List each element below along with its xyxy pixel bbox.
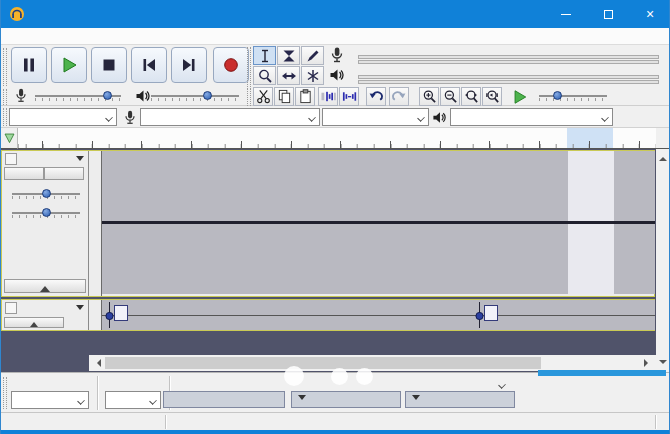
audio-track-close-button[interactable]	[5, 153, 17, 165]
redo-button[interactable]	[389, 87, 409, 106]
collapse-label-track-button[interactable]	[4, 317, 64, 328]
selection-grip[interactable]	[3, 377, 7, 409]
play-at-speed-button[interactable]	[507, 87, 531, 106]
fit-project-button[interactable]	[482, 87, 502, 106]
audio-host-select[interactable]	[9, 108, 117, 126]
skip-to-end-icon	[180, 56, 198, 74]
playback-volume-thumb[interactable]	[203, 91, 212, 100]
undo-button[interactable]	[366, 87, 386, 106]
label-text[interactable]	[484, 305, 498, 321]
play-button[interactable]	[51, 47, 87, 83]
playback-device-select[interactable]	[450, 108, 613, 126]
gain-thumb[interactable]	[42, 189, 51, 198]
waveform-channel-right[interactable]	[102, 224, 655, 294]
play-meter-bar-left	[358, 75, 659, 79]
label-track-menu-icon[interactable]	[76, 305, 84, 314]
paste-icon	[298, 89, 313, 104]
record-button[interactable]	[213, 47, 249, 83]
mixer-grip[interactable]	[3, 89, 7, 105]
pause-icon	[20, 56, 38, 74]
scroll-left-arrow[interactable]	[93, 359, 101, 367]
recording-meter[interactable]	[358, 45, 659, 65]
audio-track-menu-icon[interactable]	[76, 156, 84, 165]
zoom-tool-button[interactable]	[253, 66, 276, 85]
slider-ticks	[539, 98, 607, 101]
label-marker-icon[interactable]	[475, 302, 484, 328]
minimize-button[interactable]	[545, 0, 587, 28]
audio-position-field[interactable]	[163, 391, 285, 408]
mute-button[interactable]	[4, 167, 44, 180]
label-track-panel[interactable]	[2, 300, 89, 330]
fit-selection-button[interactable]	[461, 87, 481, 106]
play-speed-thumb[interactable]	[553, 91, 562, 100]
field-dropdown-icon[interactable]	[412, 395, 420, 404]
copy-button[interactable]	[274, 87, 294, 106]
audio-track-vertical-ruler[interactable]	[89, 151, 102, 296]
selection-end-field[interactable]	[405, 391, 515, 408]
timeline-ruler[interactable]	[18, 128, 656, 149]
skip-to-start-button[interactable]	[131, 47, 167, 83]
vertical-scrollbar[interactable]	[656, 149, 670, 372]
close-button[interactable]: ×	[629, 0, 670, 28]
recording-volume-slider[interactable]	[35, 95, 121, 97]
cut-button[interactable]	[253, 87, 273, 106]
field-dropdown-icon[interactable]	[298, 395, 306, 404]
label-text[interactable]	[114, 305, 128, 321]
collapse-track-button[interactable]	[4, 279, 86, 293]
scroll-up-arrow[interactable]	[659, 153, 667, 161]
chevron-down-icon	[105, 114, 113, 122]
monitoring-hint[interactable]	[430, 45, 436, 54]
time-shift-tool-button[interactable]	[277, 66, 300, 85]
copy-icon	[277, 89, 292, 104]
chevron-down-icon	[417, 114, 425, 122]
maximize-button[interactable]	[587, 0, 629, 28]
draw-tool-button[interactable]	[301, 46, 324, 65]
pan-thumb[interactable]	[42, 208, 51, 217]
label-track-close-button[interactable]	[5, 302, 17, 314]
silence-audio-button[interactable]	[339, 87, 359, 106]
title-bar: ×	[1, 0, 670, 28]
gain-slider[interactable]	[12, 193, 80, 195]
envelope-tool-button[interactable]	[277, 46, 300, 65]
chevron-down-icon	[308, 114, 316, 122]
waveform-channel-left[interactable]	[102, 151, 655, 221]
skip-to-end-button[interactable]	[171, 47, 207, 83]
device-grip[interactable]	[3, 108, 7, 126]
pan-slider[interactable]	[12, 212, 80, 214]
output-device-speaker-icon	[432, 110, 447, 125]
time-shift-tool-icon	[281, 68, 297, 84]
audio-track-panel[interactable]	[2, 151, 89, 296]
play-speed-slider[interactable]	[539, 95, 607, 97]
trim-audio-button[interactable]	[318, 87, 338, 106]
horizontal-scrollbar[interactable]	[89, 355, 656, 371]
label-marker-icon[interactable]	[105, 302, 114, 328]
edit-grip[interactable]	[247, 88, 251, 106]
playback-meter[interactable]	[358, 65, 659, 85]
scroll-right-arrow[interactable]	[644, 359, 652, 367]
recording-volume-thumb[interactable]	[103, 91, 112, 100]
snap-to-select[interactable]	[105, 391, 161, 409]
horizontal-scroll-thumb[interactable]	[105, 357, 541, 369]
zoom-in-button[interactable]	[419, 87, 439, 106]
statusbar-separator	[165, 415, 166, 429]
paste-button[interactable]	[295, 87, 315, 106]
recording-device-select[interactable]	[140, 108, 320, 126]
tools-grip[interactable]	[247, 47, 251, 87]
skip-to-start-icon	[140, 56, 158, 74]
selection-tool-button[interactable]	[253, 46, 276, 65]
recording-channels-select[interactable]	[322, 108, 429, 126]
transport-grip[interactable]	[3, 48, 7, 86]
scroll-down-arrow[interactable]	[659, 360, 667, 368]
record-meter-mic-icon	[328, 46, 346, 64]
playback-volume-slider[interactable]	[151, 95, 239, 97]
zoom-out-button[interactable]	[440, 87, 460, 106]
pause-button[interactable]	[11, 47, 47, 83]
selection-start-field[interactable]	[291, 391, 401, 408]
stop-button[interactable]	[91, 47, 127, 83]
solo-button[interactable]	[44, 167, 84, 180]
multi-tool-button[interactable]	[301, 66, 324, 85]
label-track-content[interactable]	[102, 300, 655, 330]
play-at-speed-icon	[511, 89, 528, 105]
timeline-options-button[interactable]	[1, 128, 18, 149]
project-rate-select[interactable]	[11, 391, 89, 409]
